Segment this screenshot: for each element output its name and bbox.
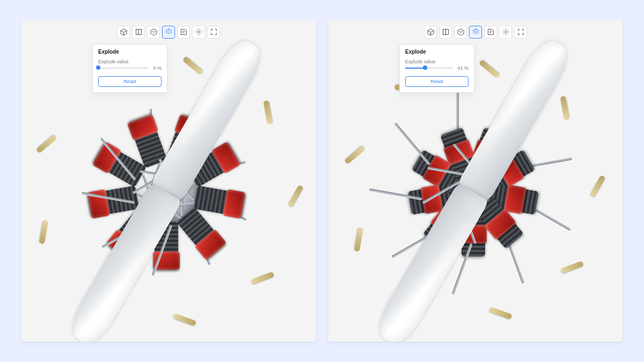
exhaust-pipe [251, 271, 275, 284]
explode-value-readout: 41 % [457, 65, 469, 71]
viewer-toolbar [117, 26, 220, 39]
viewer-toolbar [424, 26, 527, 39]
exhaust-pipe [287, 184, 304, 208]
explode-slider-label: Explode value [98, 59, 162, 64]
fullscreen-icon [517, 28, 525, 37]
explode-panel: Explode Explode value 41 % Reset [399, 44, 474, 93]
settings-button[interactable] [192, 26, 205, 39]
measure-button[interactable] [454, 26, 467, 39]
exhaust-pipe [589, 175, 606, 198]
explode-icon [165, 28, 173, 37]
explode-slider[interactable] [405, 67, 453, 69]
annotations-button[interactable] [484, 26, 497, 39]
exhaust-pipe [36, 134, 57, 153]
cylinder-head [223, 189, 245, 219]
measure-icon [457, 28, 465, 37]
explode-button[interactable] [469, 26, 482, 39]
exhaust-pipe [479, 60, 500, 79]
explode-value-readout: 0 % [153, 65, 162, 71]
explode-panel-title: Explode [405, 49, 469, 55]
fullscreen-button[interactable] [207, 26, 220, 39]
explode-reset-button[interactable]: Reset [405, 76, 469, 87]
exhaust-pipe [560, 96, 569, 120]
exhaust-pipe [488, 306, 513, 319]
propeller [473, 192, 474, 193]
measure-button[interactable] [147, 26, 160, 39]
annotations-button[interactable] [177, 26, 190, 39]
svg-point-3 [504, 31, 507, 33]
home-view-icon [120, 28, 128, 37]
propeller [166, 192, 167, 193]
viewer-left[interactable]: Explode Explode value 0 % Reset [21, 20, 316, 342]
exhaust-pipe [344, 145, 365, 165]
exhaust-pipe [354, 227, 363, 252]
settings-button[interactable] [499, 26, 512, 39]
viewer-right[interactable]: Explode Explode value 41 % Reset [328, 20, 623, 342]
exhaust-pipe [182, 56, 203, 76]
explode-reset-button[interactable]: Reset [98, 76, 162, 87]
exhaust-pipe [560, 261, 584, 274]
settings-icon [195, 28, 203, 37]
explode-panel-title: Explode [98, 49, 162, 55]
svg-point-1 [197, 31, 200, 33]
settings-icon [502, 28, 510, 37]
section-view-button[interactable] [439, 26, 452, 39]
explode-slider[interactable] [98, 67, 149, 69]
annotations-icon [180, 28, 188, 37]
home-view-button[interactable] [117, 26, 130, 39]
exhaust-pipe [263, 100, 272, 124]
explode-panel: Explode Explode value 0 % Reset [92, 44, 167, 93]
fullscreen-icon [210, 28, 218, 37]
home-view-button[interactable] [424, 26, 437, 39]
explode-slider-label: Explode value [405, 59, 469, 64]
measure-icon [150, 28, 158, 37]
explode-icon [472, 28, 480, 37]
annotations-icon [487, 28, 495, 37]
fullscreen-button[interactable] [514, 26, 527, 39]
section-view-icon [135, 28, 143, 37]
explode-button[interactable] [162, 26, 175, 39]
section-view-button[interactable] [132, 26, 145, 39]
exhaust-pipe [39, 220, 48, 244]
section-view-icon [442, 28, 450, 37]
home-view-icon [427, 28, 435, 37]
exhaust-pipe [173, 313, 197, 326]
